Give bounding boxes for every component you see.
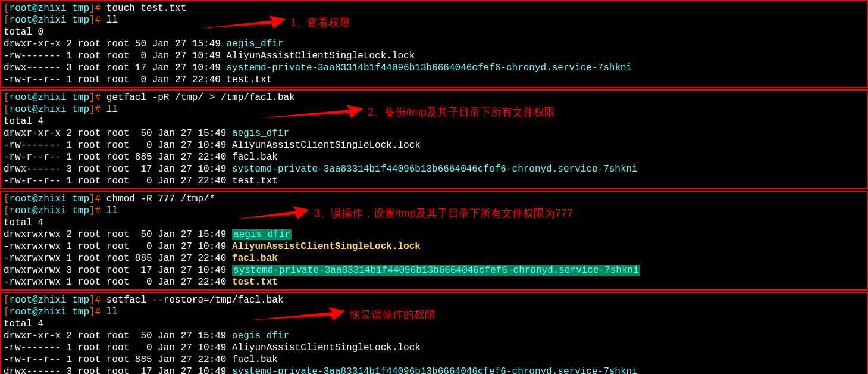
terminal-line: drwx------ 3 root root 17 Jan 27 10:49 s… (4, 163, 864, 175)
terminal-line: -rw-r--r-- 1 root root 885 Jan 27 22:40 … (4, 354, 864, 366)
output-text: total 4 (4, 217, 43, 228)
ls-perm: -rw------- 1 root root 0 Jan 27 10:49 (4, 51, 226, 61)
ls-filename: AliyunAssistClientSingleLock.lock (232, 241, 421, 252)
ls-perm: -rw------- 1 root root 0 Jan 27 10:49 (4, 140, 232, 151)
ls-filename: facl.bak (232, 253, 278, 264)
prompt-suffix: ]# (89, 307, 106, 317)
terminal-line: total 4 (4, 217, 864, 229)
prompt-bracket: [ (4, 104, 10, 115)
ls-perm: drwxrwxrwx 3 root root 17 Jan 27 10:49 (4, 265, 232, 276)
prompt-suffix: ]# (89, 194, 106, 204)
prompt-suffix: ]# (89, 3, 106, 14)
ls-filename: test.txt (232, 277, 278, 288)
ls-filename: aegis_dfir (232, 229, 292, 240)
command-text: getfacl -pR /tmp/ > /tmp/facl.bak (106, 92, 295, 103)
ls-filename: AliyunAssistClientSingleLock.lock (232, 140, 421, 151)
prompt-bracket: [ (4, 205, 10, 216)
ls-perm: drwxr-xr-x 2 root root 50 Jan 27 15:49 (4, 331, 232, 341)
terminal-block: 恢复误操作的权限[root@zhixi tmp]# setfacl --rest… (0, 292, 868, 374)
ls-perm: -rwxrwxrwx 1 root root 0 Jan 27 10:49 (4, 241, 232, 252)
ls-filename: facl.bak (232, 152, 278, 163)
prompt-bracket: [ (4, 3, 10, 14)
prompt-bracket: [ (4, 295, 10, 306)
terminal-line: drwxrwxrwx 3 root root 17 Jan 27 10:49 s… (4, 264, 864, 276)
ls-filename: systemd-private-3aa83314b1f44096b13b6664… (232, 366, 638, 374)
ls-perm: drwx------ 3 root root 17 Jan 27 10:49 (4, 164, 232, 174)
terminal-block: 2、备份/tmp及其子目录下所有文件权限[root@zhixi tmp]# ge… (0, 89, 868, 189)
ls-filename: aegis_dfir (226, 39, 283, 49)
terminal-line: -rw-r--r-- 1 root root 885 Jan 27 22:40 … (4, 151, 864, 163)
terminal-line: [root@zhixi tmp]# ll (4, 306, 864, 318)
ls-perm: -rw-r--r-- 1 root root 885 Jan 27 22:40 (4, 354, 232, 365)
terminal-line: total 4 (4, 116, 864, 127)
prompt-bracket: [ (4, 92, 10, 103)
ls-perm: -rw------- 1 root root 0 Jan 27 10:49 (4, 342, 232, 353)
ls-filename: test.txt (226, 74, 272, 85)
prompt-suffix: ]# (89, 92, 106, 103)
prompt-bracket: [ (4, 307, 10, 317)
terminal-line: [root@zhixi tmp]# ll (4, 205, 864, 217)
ls-filename: systemd-private-3aa83314b1f44096b13b6664… (226, 63, 632, 73)
ls-filename: AliyunAssistClientSingleLock.lock (232, 342, 421, 353)
prompt-host: root@zhixi tmp (10, 15, 89, 26)
terminal-block: 3、误操作，设置/tmp及其子目录下所有文件权限为777[root@zhixi … (0, 191, 868, 291)
prompt-suffix: ]# (89, 295, 106, 306)
output-text: total 4 (4, 116, 43, 127)
command-text: setfacl --restore=/tmp/facl.bak (106, 295, 284, 306)
terminal-block: 1、查看权限[root@zhixi tmp]# touch test.txt[r… (0, 0, 868, 88)
command-text: ll (106, 205, 118, 216)
command-text: ll (106, 15, 118, 26)
ls-filename: systemd-private-3aa83314b1f44096b13b6664… (232, 265, 640, 276)
ls-perm: drwxrwxrwx 2 root root 50 Jan 27 15:49 (4, 229, 232, 240)
terminal-line: drwxrwxrwx 2 root root 50 Jan 27 15:49 a… (4, 229, 864, 241)
terminal-line: [root@zhixi tmp]# touch test.txt (4, 2, 864, 14)
prompt-host: root@zhixi tmp (10, 104, 89, 115)
prompt-host: root@zhixi tmp (10, 194, 89, 204)
ls-filename: facl.bak (232, 354, 278, 365)
ls-filename: test.txt (232, 176, 278, 186)
prompt-suffix: ]# (89, 205, 106, 216)
prompt-host: root@zhixi tmp (10, 295, 89, 306)
output-text: total 0 (4, 27, 43, 38)
terminal-line: -rw------- 1 root root 0 Jan 27 10:49 Al… (4, 50, 864, 62)
command-text: ll (106, 307, 118, 317)
terminal-line: drwxr-xr-x 2 root root 50 Jan 27 15:49 a… (4, 38, 864, 50)
prompt-host: root@zhixi tmp (10, 92, 89, 103)
terminal-line: -rw------- 1 root root 0 Jan 27 10:49 Al… (4, 342, 864, 354)
ls-filename: aegis_dfir (232, 128, 289, 139)
terminal-line: [root@zhixi tmp]# ll (4, 104, 864, 116)
prompt-bracket: [ (4, 194, 10, 204)
terminal-line: drwx------ 3 root root 17 Jan 27 10:49 s… (4, 62, 864, 74)
ls-filename: systemd-private-3aa83314b1f44096b13b6664… (232, 164, 638, 174)
terminal-line: -rw-r--r-- 1 root root 0 Jan 27 22:40 te… (4, 175, 864, 187)
prompt-host: root@zhixi tmp (10, 3, 89, 14)
command-text: chmod -R 777 /tmp/* (106, 194, 215, 204)
prompt-host: root@zhixi tmp (10, 205, 89, 216)
terminal-line: total 4 (4, 318, 864, 330)
ls-filename: aegis_dfir (232, 331, 289, 341)
prompt-suffix: ]# (89, 15, 106, 26)
terminal-line: [root@zhixi tmp]# setfacl --restore=/tmp… (4, 294, 864, 306)
ls-perm: drwx------ 3 root root 17 Jan 27 10:49 (4, 366, 232, 374)
prompt-suffix: ]# (89, 104, 106, 115)
ls-perm: -rw-r--r-- 1 root root 0 Jan 27 22:40 (4, 74, 226, 85)
command-text: ll (106, 104, 118, 115)
ls-perm: drwxr-xr-x 2 root root 50 Jan 27 15:49 (4, 39, 226, 49)
terminal-line: total 0 (4, 26, 864, 38)
ls-perm: -rwxrwxrwx 1 root root 885 Jan 27 22:40 (4, 253, 232, 264)
terminal-line: -rwxrwxrwx 1 root root 885 Jan 27 22:40 … (4, 253, 864, 264)
ls-perm: drwx------ 3 root root 17 Jan 27 10:49 (4, 63, 226, 73)
terminal-line: drwxr-xr-x 2 root root 50 Jan 27 15:49 a… (4, 127, 864, 139)
prompt-bracket: [ (4, 15, 10, 26)
terminal-line: -rw------- 1 root root 0 Jan 27 10:49 Al… (4, 139, 864, 151)
ls-perm: -rwxrwxrwx 1 root root 0 Jan 27 22:40 (4, 277, 232, 288)
output-text: total 4 (4, 319, 43, 329)
command-text: touch test.txt (106, 3, 186, 14)
terminal-line: [root@zhixi tmp]# ll (4, 14, 864, 26)
terminal-line: -rwxrwxrwx 1 root root 0 Jan 27 10:49 Al… (4, 241, 864, 253)
terminal-line: [root@zhixi tmp]# getfacl -pR /tmp/ > /t… (4, 92, 864, 104)
ls-filename: AliyunAssistClientSingleLock.lock (226, 51, 415, 61)
terminal-line: -rw-r--r-- 1 root root 0 Jan 27 22:40 te… (4, 74, 864, 86)
terminal-line: drwx------ 3 root root 17 Jan 27 10:49 s… (4, 366, 864, 374)
terminal-line: -rwxrwxrwx 1 root root 0 Jan 27 22:40 te… (4, 276, 864, 288)
